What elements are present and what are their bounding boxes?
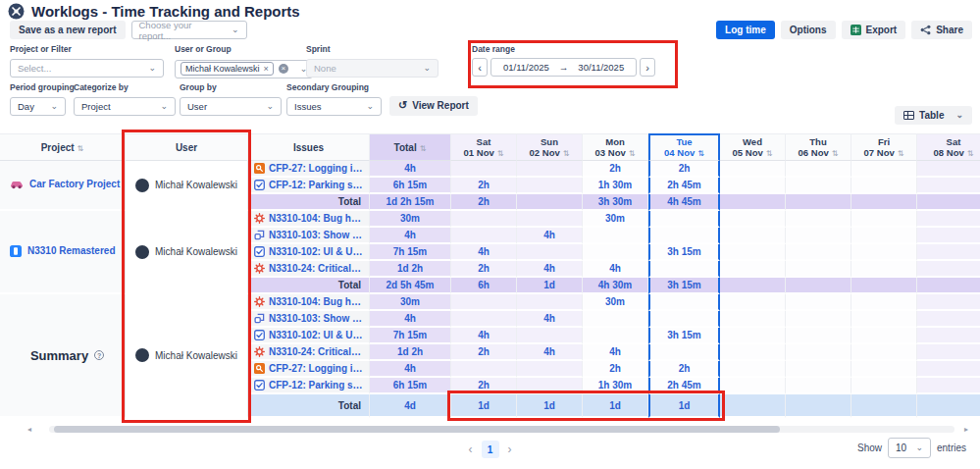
pagination-prev-icon[interactable]: ‹ (469, 443, 473, 456)
choose-report-select[interactable]: Choose your report... ⌄ (131, 21, 247, 39)
categorize-by-select[interactable]: Project ⌄ (74, 97, 176, 116)
day-column-header[interactable]: Thu06 Nov⇅ (786, 133, 851, 161)
user-group-select[interactable]: Michał Kowalewski × × ⌄ (175, 60, 313, 78)
date-range-to[interactable]: 30/11/2025 (578, 62, 624, 73)
day-cell (517, 378, 583, 394)
project-cell: N3310 Remastered (0, 211, 126, 294)
issue-link[interactable]: CFP-27: Logging into c... (269, 363, 363, 374)
user-group-label: User or Group (175, 44, 313, 54)
project-link[interactable]: Car Factory Project (10, 179, 120, 189)
user-cell: Michał Kowalewski (126, 211, 248, 294)
secondary-grouping-value: Issues (294, 101, 321, 112)
group-by-value: User (187, 101, 207, 112)
issue-link[interactable]: N3310-102: UI & UX I... (269, 330, 363, 340)
info-icon[interactable]: ? (94, 350, 104, 360)
log-time-button[interactable]: Log time (716, 21, 775, 39)
issue-link[interactable]: CFP-12: Parking syste... (269, 380, 363, 391)
column-header-project[interactable]: Project⇅ (0, 133, 126, 161)
period-grouping-select[interactable]: Day ⌄ (10, 97, 66, 116)
issue-link[interactable]: N3310-24: Critical Bug (269, 263, 363, 274)
project-filter-select[interactable]: Select... ⌄ (10, 59, 164, 78)
save-report-button[interactable]: Save as a new report (10, 21, 126, 39)
day-column-header[interactable]: Sat01 Nov⇅ (451, 133, 517, 161)
view-report-button[interactable]: ↺ View Report (389, 96, 478, 116)
day-cell: 1d (517, 394, 583, 418)
issue-link[interactable]: N3310-24: Critical Bug (269, 346, 363, 357)
day-cell (917, 378, 980, 394)
day-cell (648, 228, 720, 244)
chevron-down-icon: ⌄ (160, 102, 168, 111)
chip-remove-icon[interactable]: × (264, 64, 269, 74)
magnifier-icon (254, 163, 265, 174)
sprint-select[interactable]: None ⌄ (306, 59, 438, 78)
day-name: Sun (517, 136, 582, 147)
day-column-header[interactable]: Fri07 Nov⇅ (851, 133, 917, 161)
issue-link[interactable]: N3310-103: Show the i... (269, 230, 363, 240)
day-cell (517, 178, 583, 194)
issue-cell: N3310-102: UI & UX I... (248, 244, 370, 261)
user-header-label: User (176, 142, 197, 153)
date-range-picker: ‹ 01/11/2025 → 30/11/2025 › (472, 58, 655, 77)
day-column-header[interactable]: Sat08 Nov⇅ (917, 133, 980, 161)
scrollbar-thumb[interactable] (54, 426, 780, 433)
column-header-total[interactable]: Total⇅ (370, 133, 451, 161)
day-cell (851, 244, 917, 261)
day-column-header[interactable]: Mon03 Nov⇅ (583, 133, 648, 161)
day-column-header[interactable]: Tue04 Nov⇅ (648, 133, 720, 161)
pagination-next-icon[interactable]: › (508, 443, 512, 456)
day-name: Sat (917, 136, 980, 147)
show-entries-select[interactable]: 10 ⌄ (888, 438, 931, 458)
date-range-field[interactable]: 01/11/2025 → 30/11/2025 (490, 58, 637, 77)
day-cell: 2h (451, 261, 517, 278)
column-header-issues[interactable]: Issues (248, 133, 370, 161)
day-cell (648, 311, 720, 328)
project-header-label: Project (41, 142, 75, 153)
issue-link[interactable]: N3310-104: Bug happe... (269, 296, 363, 307)
sort-icon: ⇅ (697, 149, 704, 158)
total-cell: 7h 15m (370, 244, 451, 261)
scroll-left-icon[interactable]: ◂ (27, 425, 31, 434)
clear-icon[interactable]: × (279, 64, 288, 74)
sort-icon: ⇅ (420, 144, 427, 153)
day-cell (720, 344, 786, 361)
column-header-user[interactable]: User (126, 133, 248, 161)
scroll-right-icon[interactable]: ▸ (964, 425, 968, 434)
day-column-header[interactable]: Sun02 Nov⇅ (517, 133, 583, 161)
options-button[interactable]: Options (781, 21, 836, 39)
issue-link[interactable]: N3310-103: Show the i... (269, 313, 363, 324)
user-name: Michał Kowalewski (155, 350, 237, 361)
day-cell (851, 161, 917, 178)
day-cell: 4h (451, 328, 517, 344)
issue-link[interactable]: N3310-104: Bug happe... (269, 213, 363, 224)
issue-wrap: N3310-24: Critical Bug (248, 346, 369, 357)
project-link[interactable]: N3310 Remastered (10, 245, 116, 257)
horizontal-scrollbar: ◂ ▸ (0, 425, 980, 434)
user-info: Michał Kowalewski (126, 348, 247, 362)
export-button[interactable]: Export (842, 21, 906, 39)
date-range-from[interactable]: 01/11/2025 (503, 62, 549, 73)
day-cell (517, 361, 583, 378)
day-cell (786, 178, 851, 194)
day-cell (583, 328, 648, 344)
task-icon (254, 246, 265, 257)
issue-link[interactable]: CFP-27: Logging into c... (269, 163, 363, 174)
categorize-by-label: Categorize by (74, 82, 176, 92)
issue-link[interactable]: CFP-12: Parking syste... (269, 180, 363, 190)
day-cell: 3h 15m (648, 328, 720, 344)
day-cell (851, 178, 917, 194)
day-date: 03 Nov⇅ (583, 147, 647, 159)
day-cell: 30m (583, 211, 648, 228)
user-chip[interactable]: Michał Kowalewski × (181, 62, 274, 76)
day-cell (917, 161, 980, 178)
pagination-page-button[interactable]: 1 (482, 441, 499, 458)
table-view-select[interactable]: Table ⌄ (895, 106, 972, 125)
day-cell (720, 161, 786, 178)
date-range-next-button[interactable]: › (640, 58, 655, 77)
day-column-header[interactable]: Wed05 Nov⇅ (720, 133, 786, 161)
date-range-prev-button[interactable]: ‹ (472, 58, 488, 77)
issue-link[interactable]: N3310-102: UI & UX I... (269, 246, 363, 257)
share-button[interactable]: Share (911, 21, 972, 39)
secondary-grouping-select[interactable]: Issues ⌄ (286, 97, 382, 116)
group-by-select[interactable]: User ⌄ (180, 97, 282, 116)
share-icon (920, 25, 931, 35)
